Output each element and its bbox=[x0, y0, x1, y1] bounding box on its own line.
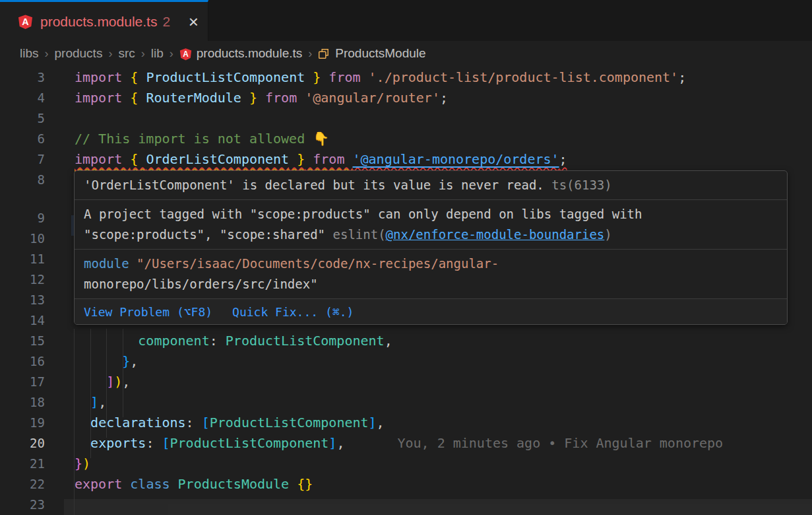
code-token: : bbox=[210, 333, 226, 349]
hover-actions: View Problem (⌥F8) Quick Fix... (⌘.) bbox=[75, 299, 787, 324]
module-path-line2: monorepo/libs/orders/src/index" bbox=[84, 274, 778, 294]
chevron-right-icon: › bbox=[170, 47, 173, 61]
breadcrumb-item-src[interactable]: src bbox=[118, 46, 135, 61]
code-line-22[interactable]: export class ProductsModule {} bbox=[0, 474, 812, 495]
line-number-12[interactable]: 12 bbox=[0, 269, 45, 290]
code-line-18[interactable]: ], bbox=[0, 392, 812, 413]
code-token: { bbox=[130, 90, 146, 106]
line-number-8[interactable]: 8 bbox=[0, 170, 45, 190]
code-token: , bbox=[385, 333, 392, 349]
tab-title: products.module.ts bbox=[40, 14, 157, 30]
vscode-window: A products.module.ts 2 × libs › products… bbox=[0, 0, 812, 515]
code-token: ] bbox=[90, 394, 98, 410]
code-token: ] bbox=[106, 374, 114, 390]
svg-text:A: A bbox=[22, 17, 28, 27]
code-token: from bbox=[257, 90, 305, 106]
code-token: declarations bbox=[90, 415, 186, 430]
eslint-rule-link[interactable]: @nx/enforce-module-boundaries bbox=[386, 227, 605, 242]
code-line-19[interactable]: declarations: [ProductListComponent], bbox=[0, 413, 812, 433]
code-token: ProductListComponent bbox=[226, 333, 385, 349]
breadcrumb: libs › products › src › lib › A products… bbox=[0, 41, 812, 66]
code-token: , bbox=[98, 394, 106, 410]
code-token: OrderListComponent bbox=[146, 151, 289, 167]
line-number-5[interactable]: 5 bbox=[0, 108, 45, 129]
code-token: export bbox=[75, 476, 130, 492]
code-line-16[interactable]: }, bbox=[0, 351, 812, 372]
breadcrumb-item-libs[interactable]: libs bbox=[20, 46, 39, 61]
code-token: ; bbox=[559, 151, 567, 167]
breadcrumb-item-lib[interactable]: lib bbox=[151, 46, 164, 61]
close-icon[interactable]: × bbox=[189, 13, 199, 30]
ts-error-message: 'OrderListComponent' is declared but its… bbox=[84, 178, 544, 192]
line-number-14[interactable]: 14 bbox=[0, 310, 45, 331]
code-token: '@angular/router' bbox=[305, 90, 440, 106]
code-token: } bbox=[289, 151, 305, 167]
code-line-20[interactable]: exports: [ProductListComponent],You, 2 m… bbox=[0, 433, 812, 454]
code-token: ; bbox=[440, 90, 448, 106]
code-line-15[interactable]: component: ProductListComponent, bbox=[0, 331, 812, 351]
code-token: : bbox=[146, 435, 162, 451]
code-token bbox=[289, 476, 297, 492]
chevron-right-icon: › bbox=[108, 47, 112, 61]
svg-text:A: A bbox=[183, 50, 189, 59]
code-token: [ bbox=[202, 415, 210, 430]
line-number-9[interactable]: 9 bbox=[0, 208, 45, 228]
code-token: } bbox=[75, 456, 82, 471]
tab-bar: A products.module.ts 2 × bbox=[0, 0, 812, 41]
code-token bbox=[75, 353, 122, 369]
quick-fix-link[interactable]: Quick Fix... (⌘.) bbox=[232, 305, 354, 319]
code-token: ProductsModule bbox=[178, 476, 290, 492]
code-token: RouterModule bbox=[146, 90, 241, 106]
git-blame-annotation: You, 2 minutes ago • Fix Angular monorep… bbox=[397, 435, 723, 451]
code-line-21[interactable]: }) bbox=[0, 454, 812, 474]
code-token: exports bbox=[90, 435, 146, 451]
code-line-17[interactable]: ]), bbox=[0, 372, 812, 392]
code-token: , bbox=[377, 415, 385, 430]
module-path-line1: module "/Users/isaac/Documents/code/nx-r… bbox=[84, 254, 778, 274]
code-token: { bbox=[130, 69, 146, 85]
code-token: import bbox=[75, 151, 130, 167]
breadcrumb-item-symbol[interactable]: ProductsModule bbox=[335, 46, 425, 61]
code-token: ProductListComponent bbox=[170, 435, 329, 451]
line-number-11[interactable]: 11 bbox=[0, 249, 45, 269]
code-line-4[interactable]: import { RouterModule } from '@angular/r… bbox=[0, 88, 812, 108]
angular-icon: A bbox=[179, 48, 192, 61]
line-number-13[interactable]: 13 bbox=[0, 290, 45, 310]
code-line-6[interactable]: // This import is not allowed 👇 bbox=[0, 129, 812, 149]
angular-icon: A bbox=[18, 14, 33, 30]
code-token bbox=[75, 394, 90, 410]
chevron-right-icon: › bbox=[45, 47, 49, 61]
code-token: } bbox=[241, 90, 257, 106]
code-token: , bbox=[130, 353, 138, 369]
code-line-7[interactable]: import { OrderListComponent } from '@ang… bbox=[0, 149, 812, 170]
module-specifier-link[interactable]: '@angular-monorepo/orders' bbox=[352, 151, 559, 167]
code-editor[interactable]: 34567891011121314151617181920212223 impo… bbox=[0, 66, 812, 515]
hover-eslint-error: A project tagged with "scope:products" c… bbox=[75, 200, 787, 250]
code-line-3[interactable]: import { ProductListComponent } from './… bbox=[0, 67, 812, 88]
current-line-highlight bbox=[64, 499, 812, 515]
chevron-right-icon: › bbox=[141, 47, 145, 61]
code-token: from bbox=[305, 151, 352, 167]
code-token: } bbox=[122, 353, 130, 369]
code-token: ProductListComponent bbox=[210, 415, 369, 430]
code-token: 👇 bbox=[313, 131, 329, 147]
code-token bbox=[75, 374, 106, 390]
code-token: import bbox=[75, 90, 130, 106]
breadcrumb-item-products[interactable]: products bbox=[55, 46, 103, 61]
code-token: ] bbox=[328, 435, 336, 451]
hover-module-info: module "/Users/isaac/Documents/code/nx-r… bbox=[75, 250, 787, 299]
error-hover-popup: 'OrderListComponent' is declared but its… bbox=[74, 170, 788, 325]
line-number-23[interactable]: 23 bbox=[0, 495, 45, 515]
code-token: ProductListComponent bbox=[146, 69, 305, 85]
code-token: // This import is not allowed bbox=[75, 131, 313, 147]
breadcrumb-item-file[interactable]: products.module.ts bbox=[197, 46, 303, 61]
code-token: import bbox=[75, 69, 130, 85]
code-token: [ bbox=[162, 435, 170, 451]
tab-products-module[interactable]: A products.module.ts 2 × bbox=[0, 0, 208, 41]
code-token: , bbox=[336, 435, 344, 451]
code-token: './product-list/product-list.component' bbox=[369, 69, 679, 85]
code-token bbox=[75, 435, 90, 451]
view-problem-link[interactable]: View Problem (⌥F8) bbox=[84, 305, 212, 319]
code-token: class bbox=[130, 476, 177, 492]
line-number-10[interactable]: 10 bbox=[0, 228, 45, 249]
